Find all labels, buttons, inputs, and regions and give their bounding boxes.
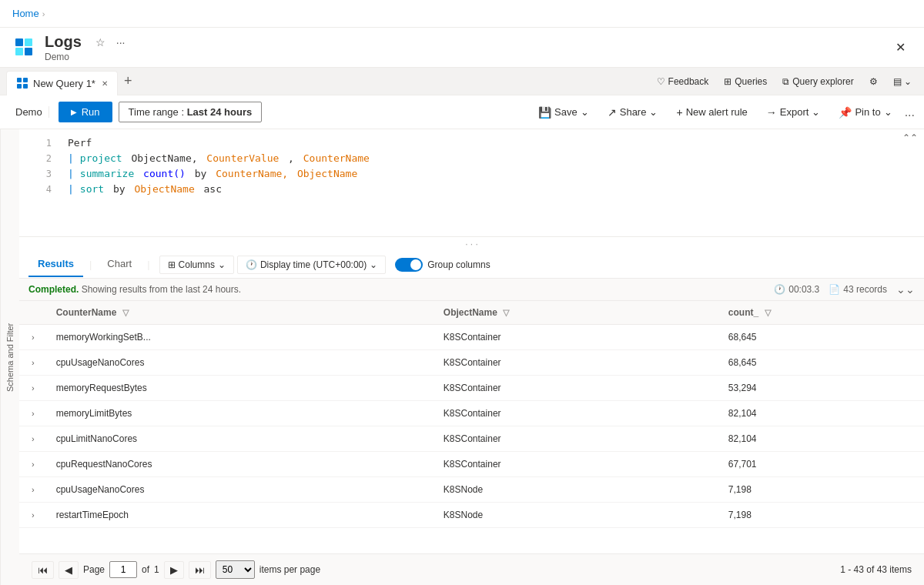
row-expand-button[interactable]: › xyxy=(28,509,38,521)
tab-new-query-1[interactable]: New Query 1* ✕ xyxy=(6,71,118,95)
last-page-button[interactable]: ⏭ xyxy=(189,561,211,579)
code-editor[interactable]: Perf | project ObjectName, CounterValue … xyxy=(62,135,924,197)
gear-icon: ⚙ xyxy=(869,76,878,87)
settings-button[interactable]: ⚙ xyxy=(863,73,884,90)
query-explorer-button[interactable]: ⧉ Query explorer xyxy=(776,73,859,90)
filter-icon-object-name[interactable]: ▽ xyxy=(503,308,509,317)
schema-filter-panel[interactable]: Schema and Filter xyxy=(0,129,19,585)
next-page-button[interactable]: ▶ xyxy=(164,561,184,579)
row-expand-button[interactable]: › xyxy=(28,382,38,394)
editor-results-pane: 1234 Perf | project ObjectName, CounterV… xyxy=(19,129,924,585)
tab-chart[interactable]: Chart xyxy=(98,252,141,277)
cell-object-name: K8SContainer xyxy=(434,401,719,426)
svg-rect-7 xyxy=(23,84,28,89)
cell-counter-name: memoryRequestBytes xyxy=(47,376,434,401)
more-actions-button[interactable]: ... xyxy=(905,105,915,119)
row-expand-button[interactable]: › xyxy=(28,356,38,369)
cell-count: 7,198 xyxy=(719,477,924,503)
cell-counter-name: memoryLimitBytes xyxy=(47,401,434,426)
row-expand-button[interactable]: › xyxy=(28,483,38,496)
first-page-button[interactable]: ⏮ xyxy=(32,561,54,579)
columns-chevron-icon: ⌄ xyxy=(218,259,226,270)
save-button[interactable]: 💾 Save ⌄ xyxy=(532,103,595,122)
pagination-summary: 1 - 43 of 43 items xyxy=(840,564,912,575)
display-time-label: Display time (UTC+00:00) xyxy=(260,259,367,270)
svg-rect-2 xyxy=(15,48,23,55)
row-expand-button[interactable]: › xyxy=(28,331,38,343)
col-object-name-header: ObjectName ▽ xyxy=(434,301,719,325)
filter-icon-count[interactable]: ▽ xyxy=(765,308,771,317)
prev-page-button[interactable]: ◀ xyxy=(59,561,79,579)
table-row: › restartTimeEpoch K8SNode 7,198 xyxy=(19,503,924,528)
table-row: › memoryRequestBytes K8SContainer 53,294 xyxy=(19,376,924,401)
code-token: ObjectName xyxy=(129,182,195,197)
row-expand-button[interactable]: › xyxy=(28,458,38,470)
per-page-select[interactable]: 10 25 50 100 xyxy=(216,560,255,579)
row-expand-button[interactable]: › xyxy=(28,407,38,420)
tab-bar-right: ♡ Feedback ⊞ Queries ⧉ Query explorer ⚙ … xyxy=(651,73,918,90)
columns-icon: ⊞ xyxy=(168,259,176,270)
table-row: › cpuUsageNanoCores K8SNode 7,198 xyxy=(19,477,924,503)
header: Logs ☆ ··· Demo ✕ xyxy=(0,28,924,68)
cell-count: 7,198 xyxy=(719,503,924,528)
run-button[interactable]: ▶ Run xyxy=(59,102,112,122)
layout-button[interactable]: ▤ ⌄ xyxy=(887,73,918,90)
code-token: ObjectName, xyxy=(126,151,198,166)
export-icon: → xyxy=(766,106,777,119)
page-number-input[interactable] xyxy=(109,561,137,578)
export-button[interactable]: → Export ⌄ xyxy=(760,103,827,122)
columns-button[interactable]: ⊞ Columns ⌄ xyxy=(159,256,234,274)
resize-handle[interactable]: · · · xyxy=(19,237,924,251)
cell-count: 68,645 xyxy=(719,350,924,376)
header-actions: ✕ xyxy=(889,37,912,58)
collapse-editor-button[interactable]: ⌃⌃ xyxy=(902,132,918,143)
time-range-button[interactable]: Time range : Last 24 hours xyxy=(119,102,263,122)
favorite-button[interactable]: ☆ xyxy=(92,33,109,52)
code-token: Perf xyxy=(68,135,92,151)
code-keyword: sort xyxy=(80,182,104,197)
share-label: Share xyxy=(620,106,647,118)
close-button[interactable]: ✕ xyxy=(889,37,912,58)
play-icon: ▶ xyxy=(71,108,77,116)
feedback-label: Feedback xyxy=(668,76,709,87)
pin-to-button[interactable]: 📌 Pin to ⌄ xyxy=(832,103,898,122)
code-line-3: | summarize count() by CounterName, Obje… xyxy=(68,166,918,182)
record-count-icon: 📄 xyxy=(829,284,840,295)
cell-count: 82,104 xyxy=(719,426,924,452)
svg-rect-4 xyxy=(17,78,22,82)
tab-results[interactable]: Results xyxy=(28,252,83,277)
save-icon: 💾 xyxy=(538,106,551,119)
cell-count: 53,294 xyxy=(719,376,924,401)
status-completed: Completed. xyxy=(28,284,79,295)
header-title-block: Logs ☆ ··· Demo xyxy=(45,33,128,62)
export-label: Export xyxy=(780,106,809,118)
share-button[interactable]: ↗ Share ⌄ xyxy=(601,103,665,122)
home-link[interactable]: Home xyxy=(12,8,39,19)
status-bar: Completed. Showing results from the last… xyxy=(19,279,924,301)
filter-icon-counter-name[interactable]: ▽ xyxy=(122,308,129,317)
more-options-button[interactable]: ··· xyxy=(113,33,129,52)
query-explorer-icon: ⧉ xyxy=(782,76,789,87)
new-alert-button[interactable]: + New alert rule xyxy=(670,103,753,122)
pagination-bar: ⏮ ◀ Page of 1 ▶ ⏭ 10 25 50 100 items per… xyxy=(19,553,924,585)
expand-records-button[interactable]: ⌄⌄ xyxy=(896,283,915,296)
new-tab-button[interactable]: + xyxy=(118,73,139,89)
results-table: CounterName ▽ ObjectName ▽ count_ ▽ xyxy=(19,301,924,528)
query-explorer-label: Query explorer xyxy=(792,76,853,87)
time-range-value: Last 24 hours xyxy=(187,106,253,118)
tab-close-icon[interactable]: ✕ xyxy=(102,79,108,88)
table-row: › cpuRequestNanoCores K8SContainer 67,70… xyxy=(19,452,924,477)
total-pages: 1 xyxy=(154,564,159,575)
cell-counter-name: cpuLimitNanoCores xyxy=(47,426,434,452)
group-columns-toggle[interactable] xyxy=(395,258,423,272)
cell-object-name: K8SContainer xyxy=(434,426,719,452)
row-expand-button[interactable]: › xyxy=(28,433,38,445)
svg-rect-3 xyxy=(25,48,32,55)
display-time-button[interactable]: 🕐 Display time (UTC+00:00) ⌄ xyxy=(237,256,386,274)
status-text: Completed. Showing results from the last… xyxy=(28,284,241,295)
save-chevron-icon: ⌄ xyxy=(581,106,589,118)
feedback-button[interactable]: ♡ Feedback xyxy=(651,73,715,90)
queries-button[interactable]: ⊞ Queries xyxy=(718,73,773,90)
cell-object-name: K8SNode xyxy=(434,477,719,503)
tab-separator: | xyxy=(89,259,92,270)
